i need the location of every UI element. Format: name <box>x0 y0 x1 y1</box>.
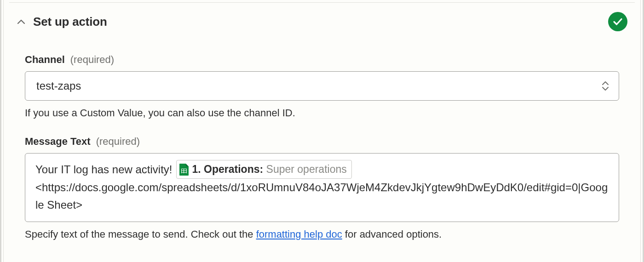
pill-source: Operations: <box>204 163 263 175</box>
status-complete-badge <box>608 12 627 31</box>
message-helper: Specify text of the message to send. Che… <box>25 228 619 241</box>
channel-label: Channel <box>25 54 65 66</box>
message-line2: <https://docs.google.com/spreadsheets/d/… <box>35 179 610 213</box>
check-icon <box>612 16 623 27</box>
message-text-input[interactable]: Your IT log has new activity! 1. Operati… <box>25 153 619 222</box>
message-label: Message Text <box>25 136 91 148</box>
sheets-icon <box>179 164 189 176</box>
message-required: (required) <box>96 136 140 148</box>
select-caret-icon <box>601 80 610 91</box>
channel-helper: If you use a Custom Value, you can also … <box>25 106 619 120</box>
channel-required: (required) <box>70 54 114 66</box>
section-header[interactable]: Set up action <box>4 3 640 34</box>
channel-value: test-zaps <box>36 80 81 92</box>
pill-step: 1. <box>192 163 201 175</box>
formatting-help-link[interactable]: formatting help doc <box>256 228 342 240</box>
channel-label-row: Channel (required) <box>25 54 619 66</box>
data-pill[interactable]: 1. Operations: Super operations <box>176 160 352 179</box>
chevron-up-icon <box>17 17 26 27</box>
section-title: Set up action <box>33 15 107 29</box>
message-label-row: Message Text (required) <box>25 136 619 148</box>
message-prefix: Your IT log has new activity! <box>35 161 172 178</box>
channel-select[interactable]: test-zaps <box>25 71 619 101</box>
pill-value: Super operations <box>266 163 347 175</box>
